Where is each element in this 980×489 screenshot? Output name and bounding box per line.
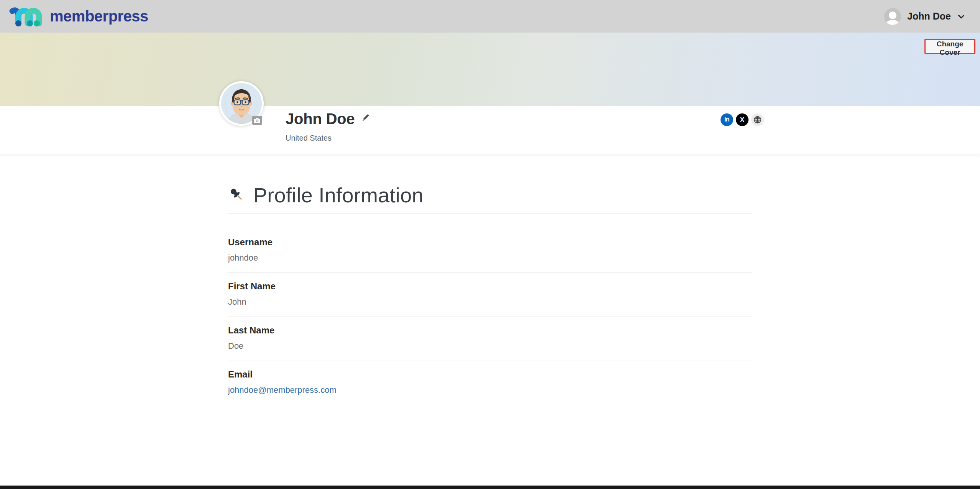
field-label: Email [228, 369, 752, 380]
field-value: johndoe [228, 253, 752, 263]
brand-wordmark: memberpress [50, 8, 148, 25]
user-menu-name: John Doe [907, 11, 951, 22]
profile-fields: Username johndoe First Name John Last Na… [228, 229, 752, 405]
profile-information-heading: Profile Information [228, 183, 752, 213]
profile-page: memberpress John Doe Change Cover [0, 0, 980, 489]
camera-icon [254, 117, 261, 123]
section-title: Profile Information [253, 183, 424, 207]
user-menu[interactable]: John Doe [884, 8, 965, 25]
profile-location: United States [286, 134, 370, 143]
chevron-down-icon [957, 12, 965, 21]
change-cover-button[interactable]: Change Cover [924, 39, 975, 54]
website-globe-icon[interactable] [751, 113, 764, 126]
field-last-name: Last Name Doe [228, 317, 752, 361]
field-email: Email johndoe@memberpress.com [228, 361, 752, 405]
cover-image: Change Cover [0, 33, 980, 106]
memberpress-logo-icon [7, 6, 42, 27]
field-username: Username johndoe [228, 229, 752, 273]
field-value: Doe [228, 341, 752, 351]
x-glyph: X [740, 116, 744, 124]
social-links: in X [721, 113, 764, 126]
profile-header: John Doe United States in X [0, 106, 980, 154]
field-first-name: First Name John [228, 273, 752, 317]
window-bottom-edge [0, 486, 980, 489]
topbar: memberpress John Doe [0, 0, 980, 33]
main-content: Profile Information Username johndoe Fir… [228, 154, 752, 405]
pushpin-icon [228, 187, 244, 203]
edit-name-pencil-icon[interactable] [361, 113, 370, 122]
brand-logo[interactable]: memberpress [7, 6, 148, 27]
field-label: Last Name [228, 325, 752, 336]
profile-name: John Doe [286, 110, 355, 128]
field-label: First Name [228, 281, 752, 292]
field-label: Username [228, 236, 752, 248]
field-value: John [228, 297, 752, 307]
user-avatar-placeholder [884, 8, 901, 25]
profile-avatar-wrap [219, 81, 264, 126]
email-link[interactable]: johndoe@memberpress.com [228, 385, 752, 395]
linkedin-icon[interactable]: in [721, 113, 733, 126]
linkedin-glyph: in [724, 116, 729, 123]
identity-block: John Doe United States [286, 110, 370, 143]
change-avatar-button[interactable] [252, 116, 262, 125]
x-twitter-icon[interactable]: X [736, 113, 749, 126]
